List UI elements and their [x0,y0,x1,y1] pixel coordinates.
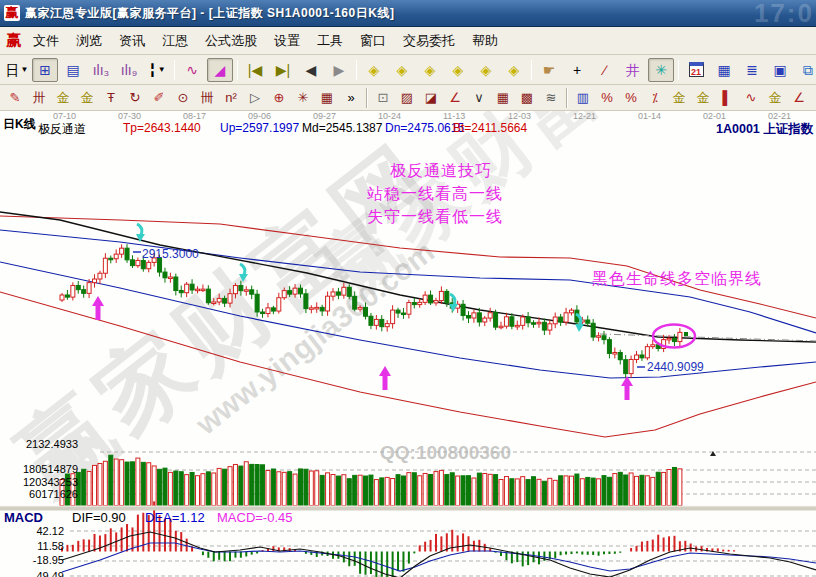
gann-diamond-center-button[interactable]: ◈ [501,58,527,82]
gold-circle-icon: 金 [673,88,686,108]
toolbar-separator [237,60,238,80]
gann-diamond-right-icon: ◈ [397,60,408,80]
v-line-button[interactable]: ∨ [468,87,491,109]
gann-diamond-out-button[interactable]: ◈ [473,58,499,82]
menu-item-6[interactable]: 设置 [274,32,300,50]
menu-item-9[interactable]: 交易委托 [403,32,455,50]
date-tick: 02-21 [768,111,791,121]
jump-last-button[interactable]: ▶| [270,58,296,82]
gold-tool-2-icon: 金 [81,88,94,108]
gann-grid-button[interactable]: 井 [620,58,646,82]
percent-button[interactable]: % [620,87,643,109]
gradient-volume-profile-button[interactable]: ◢ [207,58,233,82]
gold-tool-2-button[interactable]: 金 [76,87,99,109]
candle-type-dropdown-icon: ╏ [148,60,156,80]
save-button[interactable]: ▣ [767,58,793,82]
time-circle-button[interactable]: ⊙ [172,87,195,109]
date-tick: 07-30 [118,111,141,121]
toolbar-separator [531,60,532,80]
minute-9-chart-icon: ılı₉ [121,60,137,80]
gann-pen-button[interactable]: ✎ [4,87,27,109]
calculator-button[interactable]: ▦ [711,58,737,82]
measure-pen-button[interactable]: ✐ [148,87,171,109]
toolbar-separator [356,60,357,80]
indicator-name[interactable]: 极反通道 [38,121,86,138]
gann-pen-icon: ✎ [10,88,21,108]
more-tools-button[interactable]: » [340,87,363,109]
period-day-dropdown-button[interactable]: 日▼ [4,58,30,82]
fibonacci-tool-button[interactable]: Ŧ [100,87,123,109]
box-select-button[interactable]: ⊡ [372,87,395,109]
gann-comb-button[interactable]: 卅 [28,87,51,109]
snapshot-button[interactable]: ⧉ [795,58,816,82]
menu-item-10[interactable]: 帮助 [472,32,498,50]
annotation-tip-3: 失守一线看低一线 [367,207,503,228]
menu-item-7[interactable]: 工具 [317,32,343,50]
macd-pane-label[interactable]: MACD [4,510,43,525]
price-comb-button[interactable]: 卌 [196,87,219,109]
wave-tool-button[interactable]: ∿ [740,87,763,109]
date-tick: 10-24 [378,111,401,121]
parallel-lines-button[interactable]: ≋ [540,87,563,109]
menu-item-5[interactable]: 公式选股 [205,32,257,50]
volume-axis-2: 120343253 [4,476,78,488]
gann-diamond-center-icon: ◈ [509,60,520,80]
step-forward-button[interactable]: ▶ [326,58,352,82]
shape-fill-1-button[interactable]: ▨ [396,87,419,109]
market-overview-button[interactable]: ⊞ [32,58,58,82]
info-f10-button[interactable]: ▤ [60,58,86,82]
candle-mark-button[interactable]: ▌ [716,87,739,109]
gann-diamond-both-button[interactable]: ◈ [417,58,443,82]
angle-j-icon: ∠ [793,88,805,108]
menu-item-1[interactable]: 文件 [33,32,59,50]
minute-9-chart-button[interactable]: ılı₉ [116,58,142,82]
percent-strike-button[interactable]: % [596,87,619,109]
menu-item-3[interactable]: 资讯 [119,32,145,50]
angle-j-button[interactable]: ∠ [788,87,811,109]
title-bar[interactable]: 赢 赢家江恩专业版[赢家服务平台] - [上证指数 SH1A0001-160日K… [0,0,816,27]
gann-diamond-left-button[interactable]: ◈ [361,58,387,82]
trend-line-button[interactable]: ∕ [592,58,618,82]
stat-bars-button[interactable]: ▥ [572,87,595,109]
zigzag-indicator-button[interactable]: ∿ [179,58,205,82]
square-of-nine-button[interactable]: n² [220,87,243,109]
chart-area[interactable]: 赢家财富网 赢家财富网 www.yingjia360.com QQ:100800… [0,111,816,577]
target-tool-button[interactable]: ⊕ [268,87,291,109]
cycle-spiral-button[interactable]: ↻ [124,87,147,109]
market-overview-icon: ⊞ [39,60,51,80]
symbol-name[interactable]: 1A0001 上证指数 [716,121,813,138]
minute-3-chart-button[interactable]: ılı₃ [88,58,114,82]
calendar-button[interactable]: 21 [683,58,709,82]
step-back-button[interactable]: ◀ [298,58,324,82]
jump-first-button[interactable]: |◀ [242,58,268,82]
gann-square-grid-button[interactable]: ▦ [316,87,339,109]
notepad-button[interactable]: ≣ [739,58,765,82]
gold-circle-button[interactable]: 金 [668,87,691,109]
shape-fill-2-button[interactable]: ◪ [420,87,443,109]
percent-lines-button[interactable]: ⁒ [644,87,667,109]
pan-hand-button[interactable]: ☛ [536,58,562,82]
date-tick: 02-01 [703,111,726,121]
gold-tool-1-button[interactable]: 金 [52,87,75,109]
grid-shade-button[interactable]: ▩ [516,87,539,109]
gold-bar-2-button[interactable]: 金 [764,87,787,109]
gann-web-button[interactable]: ✳ [292,87,315,109]
gold-bar-button[interactable]: 金 [692,87,715,109]
angle-line-button[interactable]: ∠ [444,87,467,109]
menu-item-4[interactable]: 江恩 [162,32,188,50]
gann-diamond-in-button[interactable]: ◈ [445,58,471,82]
percent-icon: % [625,88,637,108]
crosshair-button[interactable]: + [564,58,590,82]
gann-diamond-right-button[interactable]: ◈ [389,58,415,82]
candle-type-dropdown-button[interactable]: ╏▼ [144,58,170,82]
grid-fine-button[interactable]: ▦ [492,87,515,109]
angle-flag-button[interactable]: ▷ [244,87,267,109]
crosshair-icon: + [573,60,581,80]
smart-analysis-button[interactable]: ✳ [648,58,674,82]
menu-item-8[interactable]: 窗口 [360,32,386,50]
gann-grid-icon: 井 [626,60,640,80]
menu-item-2[interactable]: 浏览 [76,32,102,50]
gold-tool-1-icon: 金 [57,88,70,108]
percent-lines-icon: ⁒ [652,88,658,108]
box-select-icon: ⊡ [378,88,389,108]
